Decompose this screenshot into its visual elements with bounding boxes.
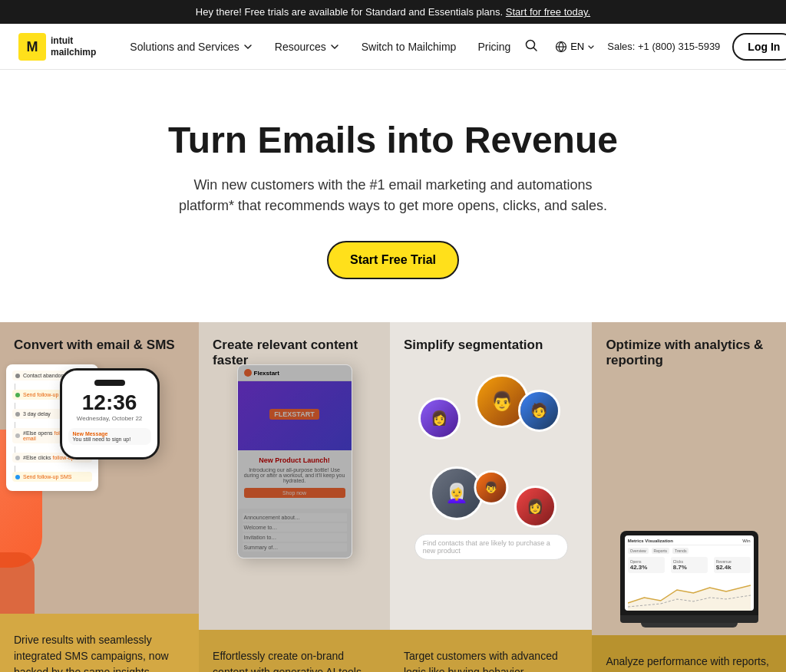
laptop-stand bbox=[641, 623, 738, 628]
laptop-mockup: Metrics Visualization Win Overview Repor… bbox=[620, 531, 758, 628]
feature-card-bottom-segmentation: Target customers with advanced logic lik… bbox=[390, 630, 592, 672]
feature-card-content: Create relevant content faster Flexstart… bbox=[199, 322, 390, 672]
analytics-chart bbox=[628, 576, 751, 614]
feature-desc-content: Effortlessly create on-brand content wit… bbox=[213, 648, 376, 672]
avatar-6: 👦 bbox=[474, 470, 508, 505]
feature-image-content: Create relevant content faster Flexstart… bbox=[199, 322, 390, 630]
analytics-tab-1: Overview bbox=[628, 548, 649, 554]
navbar-right: EN Sales: +1 (800) 315-5939 Log In Start… bbox=[520, 33, 786, 61]
feature-card-bottom-email-sms: Drive results with seamlessly integrated… bbox=[0, 614, 199, 672]
nav-solutions-services[interactable]: Solutions and Services bbox=[121, 35, 262, 59]
lang-label: EN bbox=[570, 41, 584, 52]
analytics-title: Metrics Visualization Win bbox=[628, 539, 751, 545]
feature-card-segmentation: Simplify segmentation 👨 👩 🧑 👩‍🦳 bbox=[390, 322, 592, 672]
feature-card-email-sms: Convert with email & SMS Contact abandon… bbox=[0, 322, 199, 672]
phone-time: 12:36 bbox=[68, 390, 151, 415]
avatar-5: 👩 bbox=[514, 486, 556, 528]
hero-heading: Turn Emails into Revenue bbox=[18, 119, 768, 161]
svg-text:M: M bbox=[27, 39, 38, 54]
feature-title-segmentation: Simplify segmentation bbox=[390, 322, 592, 361]
navbar: M intuitmailchimp Solutions and Services… bbox=[0, 24, 786, 70]
feature-title-analytics: Optimize with analytics & reporting bbox=[592, 322, 786, 376]
top-banner: Hey there! Free trials are available for… bbox=[0, 0, 786, 24]
segmentation-search-bar: Find contacts that are likely to purchas… bbox=[414, 534, 568, 560]
feature-card-analytics: Optimize with analytics & reporting Metr… bbox=[592, 322, 786, 672]
avatar-2: 👩 bbox=[418, 397, 461, 440]
search-button[interactable] bbox=[520, 34, 543, 59]
chevron-down-icon bbox=[243, 41, 253, 52]
phone-notification: New Message You still need to sign up! bbox=[68, 428, 151, 445]
logo-link[interactable]: M intuitmailchimp bbox=[18, 33, 96, 61]
laptop-screen: Metrics Visualization Win Overview Repor… bbox=[620, 531, 758, 615]
feature-title-email-sms: Convert with email & SMS bbox=[0, 322, 199, 361]
features-grid: Convert with email & SMS Contact abandon… bbox=[0, 322, 786, 672]
svg-point-2 bbox=[527, 41, 535, 49]
banner-text: Hey there! Free trials are available for… bbox=[196, 6, 503, 18]
nav-resources[interactable]: Resources bbox=[266, 35, 349, 59]
avatar-3: 🧑 bbox=[518, 390, 560, 432]
feature-desc-segmentation: Target customers with advanced logic lik… bbox=[404, 648, 578, 672]
laptop-base bbox=[620, 615, 758, 623]
phone-mockup: 12:36 Wednesday, October 22 New Message … bbox=[60, 368, 160, 460]
logo-text: intuitmailchimp bbox=[51, 35, 96, 58]
chevron-down-icon bbox=[329, 41, 340, 52]
nav-pricing[interactable]: Pricing bbox=[468, 35, 520, 59]
sales-phone: Sales: +1 (800) 315-5939 bbox=[607, 41, 720, 52]
analytics-tab-3: Trends bbox=[672, 548, 689, 554]
globe-icon bbox=[555, 41, 567, 53]
search-icon bbox=[524, 38, 538, 52]
hero-section: Turn Emails into Revenue Win new custome… bbox=[0, 70, 786, 322]
language-selector[interactable]: EN bbox=[555, 41, 595, 53]
hero-cta-button[interactable]: Start Free Trial bbox=[327, 241, 459, 279]
nav-switch[interactable]: Switch to Mailchimp bbox=[352, 35, 466, 59]
feature-card-bottom-content: Effortlessly create on-brand content wit… bbox=[199, 630, 390, 672]
feature-card-bottom-analytics: Analyze performance with reports, funnel… bbox=[592, 635, 786, 672]
feature-image-segmentation: Simplify segmentation 👨 👩 🧑 👩‍🦳 bbox=[390, 322, 592, 630]
hero-subtext: Win new customers with the #1 email mark… bbox=[178, 175, 608, 216]
chevron-down-icon bbox=[587, 43, 595, 51]
banner-link[interactable]: Start for free today. bbox=[506, 6, 590, 18]
feature-desc-analytics: Analyze performance with reports, funnel… bbox=[606, 654, 772, 672]
analytics-screen-inner: Metrics Visualization Win Overview Repor… bbox=[625, 535, 754, 611]
feature-desc-email-sms: Drive results with seamlessly integrated… bbox=[14, 632, 185, 672]
nav-menu: Solutions and Services Resources Switch … bbox=[121, 35, 520, 59]
feature-image-analytics: Optimize with analytics & reporting Metr… bbox=[592, 322, 786, 635]
email-template-mockup: Flexstart FLEXSTART New Product Launch! … bbox=[237, 364, 352, 558]
analytics-tab-2: Reports bbox=[652, 548, 670, 554]
mailchimp-logo-icon: M bbox=[18, 33, 46, 61]
login-button[interactable]: Log In bbox=[732, 33, 786, 61]
template-header-image: FLEXSTART bbox=[238, 381, 352, 450]
analytics-tabs: Overview Reports Trends bbox=[628, 548, 751, 554]
feature-image-email-sms: Convert with email & SMS Contact abandon… bbox=[0, 322, 199, 614]
segmentation-visual: 👨 👩 🧑 👩‍🦳 👩 👦 bbox=[414, 374, 568, 560]
avatar-cluster: 👨 👩 🧑 👩‍🦳 👩 👦 bbox=[414, 374, 568, 528]
phone-date: Wednesday, October 22 bbox=[68, 415, 151, 422]
